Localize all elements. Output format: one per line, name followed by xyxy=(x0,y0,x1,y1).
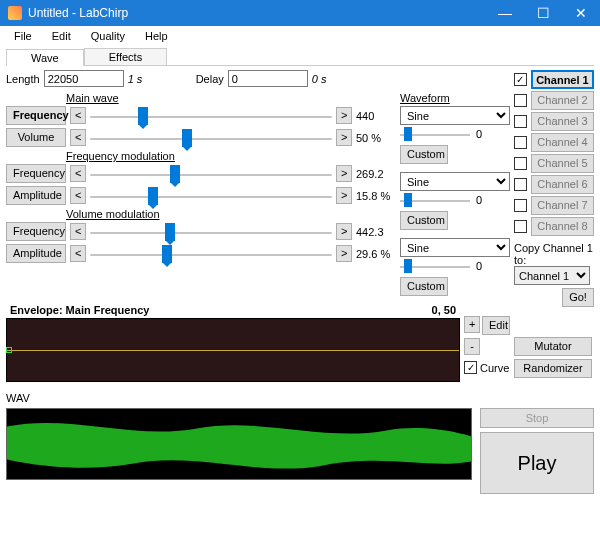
main-vol-dec[interactable]: < xyxy=(70,129,86,146)
ch8-checkbox[interactable] xyxy=(514,220,527,233)
stop-button[interactable]: Stop xyxy=(480,408,594,428)
freqmod-title: Frequency modulation xyxy=(66,150,394,162)
copy-select[interactable]: Channel 1 xyxy=(514,266,590,285)
ch5-checkbox[interactable] xyxy=(514,157,527,170)
title-bar: Untitled - LabChirp — ☐ ✕ xyxy=(0,0,600,26)
waveform-select-2[interactable]: Sine xyxy=(400,172,510,191)
env-edit-button[interactable]: Edit xyxy=(482,316,510,335)
delay-input[interactable] xyxy=(228,70,308,87)
vm-amp-inc[interactable]: > xyxy=(336,245,352,262)
waveform-zero-3: 0 xyxy=(476,260,482,272)
channel-7-button[interactable]: Channel 7 xyxy=(531,196,594,215)
vm-amp-slider[interactable] xyxy=(90,246,332,262)
vm-amp-dec[interactable]: < xyxy=(70,245,86,262)
custom-button-1[interactable]: Custom xyxy=(400,145,448,164)
envelope-canvas[interactable] xyxy=(6,318,460,382)
curve-label: Curve xyxy=(480,362,509,374)
waveform-select-1[interactable]: Sine xyxy=(400,106,510,125)
ch3-checkbox[interactable] xyxy=(514,115,527,128)
fm-freq-button[interactable]: Frequency xyxy=(6,164,66,183)
delay-seconds: 0 s xyxy=(312,73,327,85)
waveform-zero-2: 0 xyxy=(476,194,482,206)
maximize-button[interactable]: ☐ xyxy=(524,0,562,26)
envelope-label: Envelope: Main Frequency xyxy=(10,304,149,316)
menu-quality[interactable]: Quality xyxy=(81,28,135,44)
menu-edit[interactable]: Edit xyxy=(42,28,81,44)
channel-8-button[interactable]: Channel 8 xyxy=(531,217,594,236)
channel-2-button[interactable]: Channel 2 xyxy=(531,91,594,110)
fm-amp-dec[interactable]: < xyxy=(70,187,86,204)
wav-canvas xyxy=(6,408,472,480)
fm-freq-inc[interactable]: > xyxy=(336,165,352,182)
play-button[interactable]: Play xyxy=(480,432,594,494)
menu-file[interactable]: File xyxy=(4,28,42,44)
ch2-checkbox[interactable] xyxy=(514,94,527,107)
length-input[interactable] xyxy=(44,70,124,87)
envelope-coord: 0, 50 xyxy=(432,304,456,316)
main-freq-dec[interactable]: < xyxy=(70,107,86,124)
window-title: Untitled - LabChirp xyxy=(28,6,486,20)
vm-freq-dec[interactable]: < xyxy=(70,223,86,240)
length-label: Length xyxy=(6,73,40,85)
menu-bar: File Edit Quality Help xyxy=(0,26,600,46)
fm-amp-inc[interactable]: > xyxy=(336,187,352,204)
volmod-title: Volume modulation xyxy=(66,208,394,220)
fm-amp-slider[interactable] xyxy=(90,188,332,204)
main-vol-button[interactable]: Volume xyxy=(6,128,66,147)
main-vol-slider[interactable] xyxy=(90,130,332,146)
fm-amp-button[interactable]: Amplitude xyxy=(6,186,66,205)
waveform-mini-slider-2[interactable] xyxy=(400,193,470,207)
main-freq-slider[interactable] xyxy=(90,108,332,124)
waveform-title: Waveform xyxy=(400,92,510,104)
waveform-mini-slider-3[interactable] xyxy=(400,259,470,273)
app-icon xyxy=(8,6,22,20)
delay-label: Delay xyxy=(196,73,224,85)
waveform-zero-1: 0 xyxy=(476,128,482,140)
tab-wave[interactable]: Wave xyxy=(6,49,84,66)
copy-label: Copy Channel 1 to: xyxy=(514,242,594,266)
channel-3-button[interactable]: Channel 3 xyxy=(531,112,594,131)
vm-freq-value: 442.3 xyxy=(356,226,394,238)
env-minus-button[interactable]: - xyxy=(464,338,480,355)
fm-freq-value: 269.2 xyxy=(356,168,394,180)
randomizer-button[interactable]: Randomizer xyxy=(514,359,592,378)
env-plus-button[interactable]: + xyxy=(464,316,480,333)
minimize-button[interactable]: — xyxy=(486,0,524,26)
go-button[interactable]: Go! xyxy=(562,288,594,307)
channel-4-button[interactable]: Channel 4 xyxy=(531,133,594,152)
custom-button-3[interactable]: Custom xyxy=(400,277,448,296)
ch4-checkbox[interactable] xyxy=(514,136,527,149)
vm-amp-value: 29.6 % xyxy=(356,248,394,260)
waveform-select-3[interactable]: Sine xyxy=(400,238,510,257)
ch6-checkbox[interactable] xyxy=(514,178,527,191)
mutator-button[interactable]: Mutator xyxy=(514,337,592,356)
vm-freq-inc[interactable]: > xyxy=(336,223,352,240)
channel-5-button[interactable]: Channel 5 xyxy=(531,154,594,173)
tab-effects[interactable]: Effects xyxy=(84,48,167,65)
main-wave-title: Main wave xyxy=(66,92,394,104)
wav-label: WAV xyxy=(0,392,600,404)
custom-button-2[interactable]: Custom xyxy=(400,211,448,230)
main-vol-value: 50 % xyxy=(356,132,394,144)
channel-6-button[interactable]: Channel 6 xyxy=(531,175,594,194)
main-freq-value: 440 xyxy=(356,110,394,122)
vm-amp-button[interactable]: Amplitude xyxy=(6,244,66,263)
ch7-checkbox[interactable] xyxy=(514,199,527,212)
channel-1-button[interactable]: Channel 1 xyxy=(531,70,594,89)
waveform-mini-slider-1[interactable] xyxy=(400,127,470,141)
vm-freq-slider[interactable] xyxy=(90,224,332,240)
main-freq-button[interactable]: Frequency xyxy=(6,106,66,125)
close-button[interactable]: ✕ xyxy=(562,0,600,26)
fm-amp-value: 15.8 % xyxy=(356,190,394,202)
main-vol-inc[interactable]: > xyxy=(336,129,352,146)
main-freq-inc[interactable]: > xyxy=(336,107,352,124)
fm-freq-slider[interactable] xyxy=(90,166,332,182)
vm-freq-button[interactable]: Frequency xyxy=(6,222,66,241)
ch1-checkbox[interactable]: ✓ xyxy=(514,73,527,86)
menu-help[interactable]: Help xyxy=(135,28,178,44)
length-seconds: 1 s xyxy=(128,73,158,85)
fm-freq-dec[interactable]: < xyxy=(70,165,86,182)
tab-bar: Wave Effects xyxy=(6,48,594,66)
curve-checkbox[interactable]: ✓ xyxy=(464,361,477,374)
